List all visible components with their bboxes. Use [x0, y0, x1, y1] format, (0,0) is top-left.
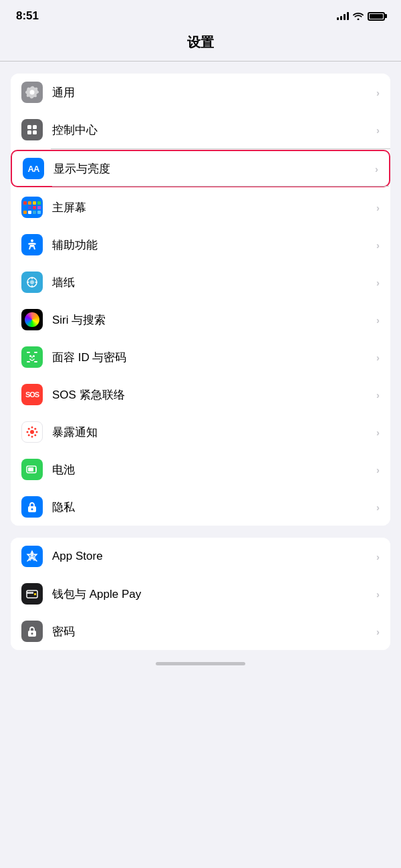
svg-point-26: [31, 633, 33, 635]
svg-rect-1: [33, 125, 37, 129]
svg-rect-0: [27, 125, 31, 129]
status-time: 8:51: [16, 9, 39, 23]
faceid-icon: [21, 346, 43, 368]
settings-item-accessibility[interactable]: 辅助功能 ›: [11, 226, 390, 263]
wallpaper-label: 墙纸: [52, 275, 376, 290]
settings-item-sos[interactable]: SOS SOS 紧急联络 ›: [11, 376, 390, 413]
page-title: 设置: [187, 35, 214, 49]
svg-rect-3: [33, 130, 37, 134]
svg-point-17: [28, 434, 30, 436]
sos-chevron: ›: [376, 389, 380, 401]
settings-item-wallet[interactable]: 钱包与 Apple Pay ›: [11, 575, 390, 613]
svg-point-21: [31, 508, 33, 510]
accessibility-chevron: ›: [376, 239, 380, 251]
svg-rect-23: [27, 592, 33, 594]
settings-item-privacy[interactable]: 隐私 ›: [11, 488, 390, 526]
settings-item-wallpaper[interactable]: 墙纸 ›: [11, 263, 390, 301]
status-icons: [337, 12, 385, 21]
control-center-icon: [21, 119, 43, 140]
privacy-label: 隐私: [52, 500, 376, 515]
settings-item-faceid[interactable]: 面容 ID 与密码 ›: [11, 338, 390, 376]
accessibility-icon: [21, 234, 43, 255]
wallet-chevron: ›: [376, 588, 380, 600]
wallet-label: 钱包与 Apple Pay: [52, 586, 376, 602]
svg-point-4: [31, 239, 33, 242]
battery-icon: [368, 12, 385, 21]
svg-point-13: [36, 431, 38, 433]
settings-item-siri[interactable]: Siri 与搜索 ›: [11, 301, 390, 338]
accessibility-label: 辅助功能: [52, 237, 376, 253]
sos-icon: SOS: [21, 384, 43, 405]
general-label: 通用: [52, 85, 376, 100]
appstore-icon: [21, 546, 43, 567]
battery-settings-icon: [21, 459, 43, 480]
sos-label: SOS 紧急联络: [52, 387, 376, 403]
privacy-chevron: ›: [376, 502, 380, 513]
status-bar: 8:51: [0, 0, 401, 28]
passwords-chevron: ›: [376, 626, 380, 637]
settings-item-control-center[interactable]: 控制中心 ›: [11, 111, 390, 148]
passwords-label: 密码: [52, 624, 376, 639]
siri-chevron: ›: [376, 314, 380, 326]
general-chevron: ›: [376, 87, 380, 98]
homescreen-label: 主屏幕: [52, 200, 376, 215]
wifi-icon: [353, 12, 364, 20]
wallpaper-chevron: ›: [376, 277, 380, 288]
battery-label: 电池: [52, 462, 376, 477]
siri-label: Siri 与搜索: [52, 312, 376, 328]
exposure-icon: [21, 421, 43, 443]
exposure-chevron: ›: [376, 427, 380, 438]
display-chevron: ›: [375, 163, 378, 175]
appstore-chevron: ›: [376, 551, 380, 562]
settings-item-general[interactable]: 通用 ›: [11, 74, 390, 111]
general-icon: [21, 82, 43, 103]
settings-item-passwords[interactable]: 密码 ›: [11, 613, 390, 650]
signal-icon: [337, 12, 349, 20]
settings-group-1: 通用 › 控制中心 › AA 显示与亮度 ›: [11, 74, 390, 526]
homescreen-chevron: ›: [376, 202, 380, 213]
control-center-chevron: ›: [376, 124, 380, 136]
svg-point-9: [30, 430, 34, 434]
svg-rect-19: [28, 467, 33, 471]
settings-group-2: App Store › 钱包与 Apple Pay › 密码 ›: [11, 538, 390, 650]
passwords-icon: [21, 621, 43, 642]
appstore-label: App Store: [52, 550, 376, 563]
display-icon: AA: [23, 158, 44, 179]
svg-rect-2: [27, 130, 31, 134]
home-indicator: [156, 662, 245, 665]
settings-item-appstore[interactable]: App Store ›: [11, 538, 390, 575]
faceid-label: 面容 ID 与密码: [52, 350, 376, 365]
svg-point-11: [31, 436, 33, 438]
page-title-bar: 设置: [0, 28, 401, 61]
battery-chevron: ›: [376, 464, 380, 475]
privacy-icon: [21, 496, 43, 518]
svg-point-16: [34, 428, 36, 430]
exposure-label: 暴露通知: [52, 425, 376, 440]
display-label: 显示与亮度: [53, 161, 375, 177]
homescreen-icon: [21, 197, 43, 218]
svg-rect-24: [34, 593, 36, 595]
wallet-icon: [21, 583, 43, 605]
settings-item-display[interactable]: AA 显示与亮度 ›: [11, 150, 390, 187]
title-divider: [0, 61, 401, 62]
settings-item-exposure[interactable]: 暴露通知 ›: [11, 413, 390, 451]
svg-point-10: [31, 427, 33, 429]
svg-point-7: [29, 355, 31, 357]
control-center-label: 控制中心: [52, 122, 376, 138]
wallpaper-icon: [21, 272, 43, 293]
svg-point-14: [28, 428, 30, 430]
svg-point-8: [33, 355, 35, 357]
svg-point-15: [34, 434, 36, 436]
settings-item-homescreen[interactable]: 主屏幕 ›: [11, 189, 390, 226]
settings-item-battery[interactable]: 电池 ›: [11, 451, 390, 488]
svg-point-12: [27, 431, 29, 433]
siri-icon: [21, 309, 43, 330]
svg-point-6: [30, 280, 34, 284]
faceid-chevron: ›: [376, 352, 380, 363]
